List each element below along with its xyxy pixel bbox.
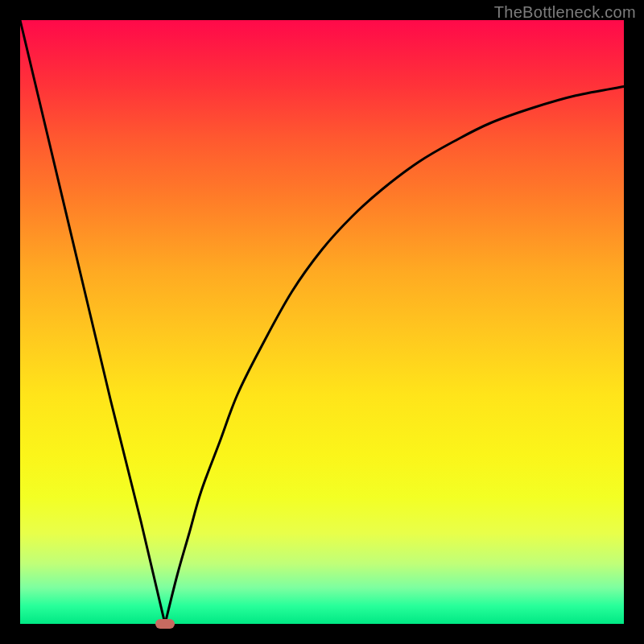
watermark-text: TheBottleneck.com	[494, 3, 636, 22]
curve-layer	[20, 20, 624, 624]
right-branch-line	[165, 87, 624, 625]
chart-frame: TheBottleneck.com	[0, 0, 644, 644]
left-branch-line	[20, 20, 165, 624]
min-marker	[155, 619, 175, 629]
plot-area	[20, 20, 624, 624]
